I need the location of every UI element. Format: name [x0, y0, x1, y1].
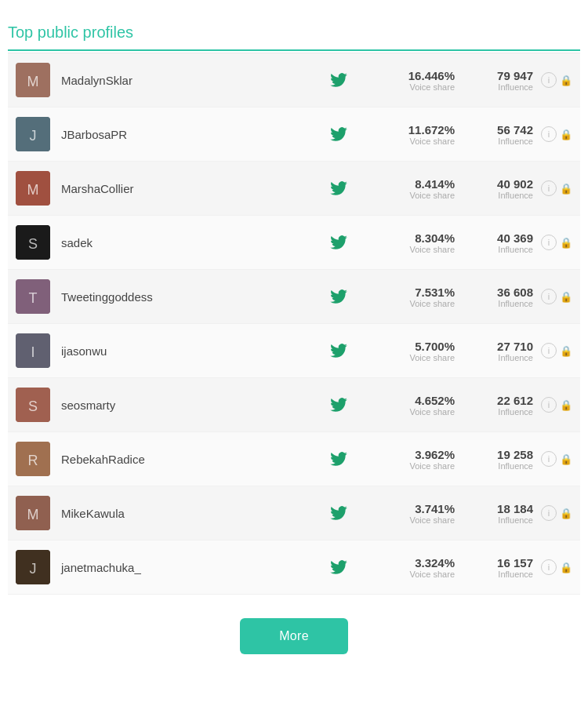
influence-stats: 18 184 Influence	[455, 502, 533, 525]
twitter-bird-icon	[330, 344, 347, 358]
influence-stats: 27 710 Influence	[455, 340, 533, 362]
voice-share-stats: 5.700% Voice share	[353, 340, 455, 362]
twitter-bird-icon	[330, 398, 347, 412]
influence-label: Influence	[498, 191, 533, 200]
lock-icon[interactable]: 🔒	[560, 75, 572, 86]
twitter-icon	[325, 73, 353, 87]
username: MikeKawula	[50, 507, 325, 520]
avatar: M	[16, 171, 50, 206]
avatar-image: J	[16, 550, 50, 584]
action-icons: i 🔒	[541, 505, 572, 521]
lock-icon[interactable]: 🔒	[560, 291, 572, 303]
profile-row: J JBarbosaPR 11.672% Voice share 56 742 …	[8, 107, 580, 162]
username: RebekahRadice	[50, 453, 325, 466]
twitter-icon	[325, 127, 353, 141]
avatar: M	[16, 63, 50, 97]
svg-text:T: T	[29, 290, 38, 306]
avatar-image: M	[16, 496, 50, 530]
influence-label: Influence	[498, 407, 533, 417]
lock-icon[interactable]: 🔒	[560, 183, 572, 195]
twitter-icon	[325, 506, 353, 520]
voice-share-stats: 3.962% Voice share	[353, 448, 455, 471]
info-icon[interactable]: i	[541, 72, 557, 88]
voice-share-stats: 8.304% Voice share	[353, 231, 455, 254]
profile-row: T Tweetinggoddess 7.531% Voice share 36 …	[8, 270, 580, 324]
action-icons: i 🔒	[541, 343, 572, 358]
svg-text:M: M	[27, 182, 39, 198]
lock-icon[interactable]: 🔒	[560, 237, 572, 249]
voice-share-label: Voice share	[410, 245, 455, 254]
avatar: S	[16, 388, 50, 422]
twitter-bird-icon	[330, 506, 347, 520]
avatar-image: M	[16, 63, 50, 97]
more-button[interactable]: More	[240, 618, 348, 654]
avatar: I	[16, 333, 50, 368]
influence-value: 40 902	[497, 177, 533, 191]
influence-label: Influence	[498, 82, 533, 92]
voice-share-label: Voice share	[410, 353, 455, 362]
lock-icon[interactable]: 🔒	[560, 562, 572, 573]
username: ijasonwu	[50, 344, 325, 358]
voice-share-label: Voice share	[410, 191, 455, 200]
svg-text:R: R	[28, 453, 38, 468]
info-icon[interactable]: i	[541, 235, 557, 250]
voice-share-percentage: 4.652%	[415, 394, 455, 407]
voice-share-percentage: 11.672%	[408, 123, 455, 136]
lock-icon[interactable]: 🔒	[560, 453, 572, 465]
avatar: T	[16, 279, 50, 314]
voice-share-percentage: 7.531%	[415, 286, 455, 299]
influence-label: Influence	[498, 245, 533, 254]
voice-share-label: Voice share	[410, 570, 455, 579]
info-icon[interactable]: i	[541, 180, 557, 196]
action-icons: i 🔒	[541, 451, 572, 467]
voice-share-label: Voice share	[410, 136, 455, 146]
twitter-icon	[325, 289, 353, 304]
avatar: M	[16, 496, 50, 530]
voice-share-label: Voice share	[410, 461, 455, 471]
action-icons: i 🔒	[541, 235, 572, 250]
lock-icon[interactable]: 🔒	[560, 129, 572, 140]
voice-share-stats: 3.324% Voice share	[353, 556, 455, 579]
voice-share-percentage: 3.324%	[415, 556, 455, 570]
twitter-icon	[325, 452, 353, 466]
info-icon[interactable]: i	[541, 397, 557, 413]
info-icon[interactable]: i	[541, 126, 557, 142]
twitter-bird-icon	[330, 452, 347, 466]
influence-label: Influence	[498, 570, 533, 579]
action-icons: i 🔒	[541, 72, 572, 88]
info-icon[interactable]: i	[541, 559, 557, 575]
lock-icon[interactable]: 🔒	[560, 508, 572, 519]
info-icon[interactable]: i	[541, 505, 557, 521]
influence-value: 56 742	[497, 123, 533, 136]
profile-row: J janetmachuka_ 3.324% Voice share 16 15…	[8, 540, 580, 595]
info-icon[interactable]: i	[541, 343, 557, 358]
influence-stats: 40 902 Influence	[455, 177, 533, 200]
twitter-bird-icon	[330, 181, 347, 195]
avatar: S	[16, 225, 50, 260]
influence-value: 79 947	[497, 69, 533, 82]
info-icon[interactable]: i	[541, 451, 557, 467]
influence-stats: 19 258 Influence	[455, 448, 533, 471]
lock-icon[interactable]: 🔒	[560, 345, 572, 357]
action-icons: i 🔒	[541, 559, 572, 575]
twitter-icon	[325, 235, 353, 249]
svg-text:I: I	[31, 344, 34, 360]
avatar-image: I	[16, 333, 50, 368]
svg-text:M: M	[27, 74, 39, 89]
svg-text:J: J	[30, 561, 37, 577]
influence-value: 18 184	[497, 502, 533, 515]
username: seosmarty	[50, 399, 325, 412]
influence-stats: 40 369 Influence	[455, 231, 533, 254]
voice-share-label: Voice share	[410, 299, 455, 308]
svg-text:S: S	[28, 236, 38, 252]
avatar-image: J	[16, 117, 50, 151]
lock-icon[interactable]: 🔒	[560, 399, 572, 411]
twitter-icon	[325, 560, 353, 574]
twitter-bird-icon	[330, 289, 347, 304]
info-icon[interactable]: i	[541, 289, 557, 304]
username: sadek	[50, 236, 325, 249]
profile-row: R RebekahRadice 3.962% Voice share 19 25…	[8, 432, 580, 486]
profile-row: S seosmarty 4.652% Voice share 22 612 In…	[8, 378, 580, 432]
username: Tweetinggoddess	[50, 290, 325, 304]
avatar-image: S	[16, 388, 50, 422]
